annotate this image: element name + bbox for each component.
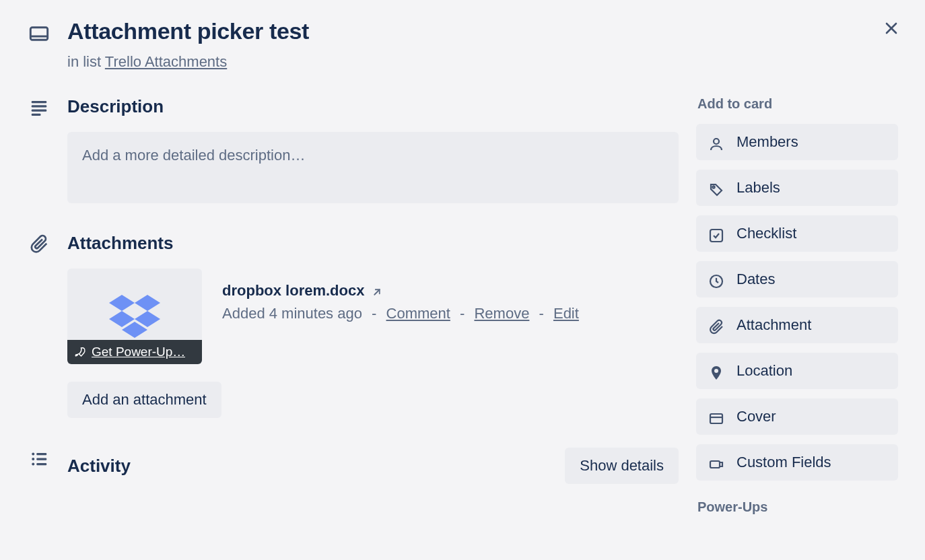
attachment-filename[interactable]: dropbox lorem.docx: [222, 282, 383, 300]
svg-point-21: [712, 186, 714, 188]
show-details-button[interactable]: Show details: [565, 448, 679, 484]
svg-rect-7: [32, 114, 41, 116]
svg-rect-22: [710, 230, 722, 242]
list-link[interactable]: Trello Attachments: [105, 53, 227, 70]
svg-rect-24: [710, 414, 722, 423]
sidebar-btn-custom-fields[interactable]: Custom Fields: [696, 444, 898, 481]
checklist-icon: [708, 228, 724, 244]
svg-rect-5: [32, 106, 47, 108]
cover-icon: [708, 411, 724, 427]
add-to-card-heading: Add to card: [697, 96, 898, 112]
attachment-item[interactable]: Get Power-Up… dropbox lorem.docx: [67, 269, 679, 364]
svg-rect-2: [30, 28, 47, 40]
description-heading: Description: [67, 96, 679, 117]
get-powerup-label: Get Power-Up…: [92, 345, 185, 359]
description-icon: [29, 98, 49, 118]
activity-section: Activity Show details: [27, 448, 679, 484]
activity-heading: Activity: [67, 456, 131, 477]
members-icon: [708, 136, 724, 152]
description-input[interactable]: Add a more detailed description…: [67, 132, 679, 203]
sidebar-btn-cover[interactable]: Cover: [696, 398, 898, 435]
attachment-thumbnail[interactable]: Get Power-Up…: [67, 269, 202, 364]
sidebar-btn-members[interactable]: Members: [696, 124, 898, 160]
sidebar-label: Location: [736, 362, 792, 380]
rocket-icon: [74, 346, 86, 358]
svg-rect-4: [32, 101, 47, 103]
attachments-section: Attachments: [27, 233, 679, 418]
attachment-added-prefix: Added: [222, 305, 269, 322]
svg-rect-26: [710, 461, 720, 468]
location-icon: [708, 365, 724, 381]
card-header: Attachment picker test in list Trello At…: [27, 19, 898, 71]
card-list-line: in list Trello Attachments: [67, 53, 898, 71]
card-title[interactable]: Attachment picker test: [67, 19, 898, 44]
svg-point-16: [32, 458, 34, 460]
svg-point-18: [32, 463, 34, 466]
sidebar-btn-attachment[interactable]: Attachment: [696, 307, 898, 343]
svg-marker-9: [135, 295, 160, 311]
svg-marker-8: [109, 295, 135, 311]
powerups-heading: Power-Ups: [697, 499, 898, 515]
attachment-remove-link[interactable]: Remove: [474, 305, 529, 322]
description-section: Description Add a more detailed descript…: [27, 96, 679, 203]
labels-icon: [708, 182, 724, 198]
sidebar-btn-location[interactable]: Location: [696, 353, 898, 389]
sidebar-btn-checklist[interactable]: Checklist: [696, 215, 898, 252]
card-detail-modal: Attachment picker test in list Trello At…: [0, 0, 925, 560]
custom-fields-icon: [708, 456, 724, 473]
attachment-icon: [708, 319, 724, 335]
close-button[interactable]: [878, 15, 905, 42]
svg-point-14: [32, 453, 34, 456]
attachment-added-time: 4 minutes ago: [269, 305, 362, 322]
svg-rect-19: [36, 463, 46, 465]
card-icon: [28, 23, 50, 44]
svg-line-13: [375, 289, 380, 295]
svg-point-20: [714, 139, 719, 144]
sidebar-label: Cover: [736, 408, 776, 425]
sidebar-label: Attachment: [736, 316, 811, 334]
sidebar-btn-dates[interactable]: Dates: [696, 261, 898, 298]
sidebar-label: Checklist: [736, 225, 796, 242]
external-link-icon: [371, 282, 383, 300]
close-icon: [883, 20, 899, 36]
attachment-filename-text: dropbox lorem.docx: [222, 282, 364, 300]
dropbox-icon: [109, 295, 160, 338]
svg-rect-6: [32, 110, 47, 112]
attachment-edit-link[interactable]: Edit: [553, 305, 579, 322]
sidebar-label: Dates: [736, 271, 775, 288]
get-powerup-button[interactable]: Get Power-Up…: [67, 340, 202, 364]
svg-rect-15: [36, 453, 46, 455]
card-sidebar: Add to card Members Labels Checklist Dat…: [696, 96, 898, 557]
list-prefix: in list: [67, 53, 105, 70]
dates-icon: [708, 273, 724, 289]
attachment-icon: [29, 234, 49, 254]
attachment-meta: dropbox lorem.docx Added 4 minutes ago -…: [222, 269, 679, 322]
sidebar-label: Custom Fields: [736, 454, 831, 471]
sidebar-btn-labels[interactable]: Labels: [696, 170, 898, 206]
sidebar-label: Members: [736, 133, 798, 151]
attachment-comment-link[interactable]: Comment: [386, 305, 450, 322]
sidebar-label: Labels: [736, 179, 780, 197]
add-attachment-button[interactable]: Add an attachment: [67, 382, 221, 418]
svg-rect-17: [36, 458, 46, 460]
attachments-heading: Attachments: [67, 233, 679, 254]
activity-icon: [29, 449, 49, 469]
